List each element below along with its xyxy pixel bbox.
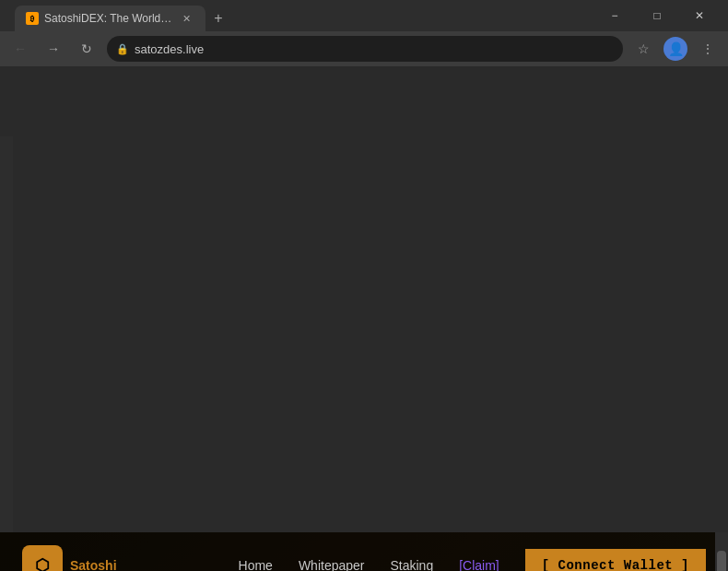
nav-home[interactable]: Home <box>239 558 273 571</box>
bookmark-icon[interactable]: ☆ <box>630 36 656 62</box>
maximize-button[interactable]: □ <box>636 0 678 31</box>
window-controls: − □ ✕ <box>593 0 721 31</box>
logo-icon: ⬡ <box>22 545 63 571</box>
forward-button[interactable]: → <box>41 36 66 62</box>
url-bar[interactable]: 🔒 satozdes.live <box>107 36 623 62</box>
new-tab-button[interactable]: + <box>205 6 231 31</box>
reload-button[interactable]: ↻ <box>74 36 100 62</box>
browser-tab[interactable]: ₿ SatoshiDEX: The World's First B... ✕ <box>15 6 205 31</box>
logo-text: Satoshi <box>70 558 117 571</box>
connect-wallet-button[interactable]: [ Connect Wallet ] <box>525 549 706 571</box>
back-button[interactable]: ← <box>7 36 33 62</box>
address-bar: ← → ↻ 🔒 satozdes.live ☆ 👤 ⋮ <box>0 31 728 66</box>
menu-icon[interactable]: ⋮ <box>695 36 721 62</box>
logo-area[interactable]: ⬡ Satoshi <box>22 545 117 571</box>
title-bar: ₿ SatoshiDEX: The World's First B... ✕ +… <box>0 0 728 31</box>
tab-close-button[interactable]: ✕ <box>179 11 194 27</box>
nav-claim[interactable]: [Claim] <box>459 558 499 571</box>
navbar: ⬡ Satoshi Home Whitepaper Staking [Claim… <box>0 532 728 571</box>
scroll-thumb[interactable] <box>717 551 726 571</box>
nav-whitepaper[interactable]: Whitepaper <box>299 558 365 571</box>
nav-staking[interactable]: Staking <box>391 558 434 571</box>
profile-avatar[interactable]: 👤 <box>663 37 687 61</box>
scrollbar[interactable] <box>0 136 13 571</box>
lock-icon: 🔒 <box>116 43 129 55</box>
tab-favicon: ₿ <box>26 12 39 25</box>
minimize-button[interactable]: − <box>593 0 636 31</box>
toolbar-right: ☆ 👤 ⋮ <box>630 36 721 62</box>
page-scrollbar[interactable] <box>715 532 728 571</box>
url-text: satozdes.live <box>135 42 204 56</box>
page-content: FISCBOM 🌿 ⬡ Satoshi Home Whitepaper Stak… <box>0 532 728 571</box>
nav-links: Home Whitepaper Staking [Claim] [ Connec… <box>239 549 706 571</box>
close-window-button[interactable]: ✕ <box>678 0 721 31</box>
tab-title: SatoshiDEX: The World's First B... <box>44 12 173 25</box>
